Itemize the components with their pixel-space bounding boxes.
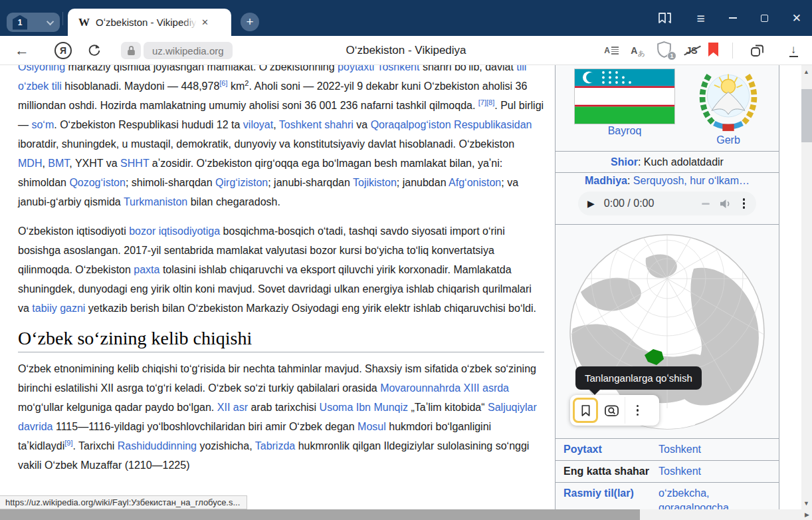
reference-link[interactable]: [6] (219, 79, 227, 87)
add-to-favorites-button[interactable] (573, 398, 598, 423)
tab-counter[interactable]: 1 (7, 13, 60, 32)
collections-icon[interactable] (748, 42, 767, 59)
capital-label-link[interactable]: Poytaxt (563, 444, 602, 455)
plus-icon: + (246, 15, 253, 29)
close-icon[interactable]: ✕ (792, 13, 801, 24)
article-link[interactable]: tabiiy gazni (32, 303, 85, 314)
address-bar[interactable]: uz.wikipedia.org (144, 42, 233, 59)
protect-shield-icon[interactable]: 1 (657, 41, 674, 60)
player-time: 0:00 / 0:00 (604, 197, 655, 209)
image-search-button[interactable] (598, 397, 625, 424)
yandex-home-icon[interactable]: Я (54, 42, 72, 59)
tab-count: 1 (18, 18, 23, 27)
languages-value-link[interactable]: oʻzbekcha, qoraqalpoqcha (659, 487, 729, 509)
vertical-scrollbar[interactable]: ▲ ▼ (801, 65, 812, 509)
infobox-row-largest-city: Eng katta shahar Toshkent (556, 461, 779, 483)
article-link[interactable]: poytaxti Toshkent (338, 65, 419, 72)
scroll-right-icon[interactable]: ▶ (805, 511, 809, 518)
download-icon[interactable]: ↓ (787, 41, 800, 60)
article-link[interactable]: Tabrizda (255, 440, 295, 452)
article-link[interactable]: viloyat (243, 119, 273, 130)
article-link[interactable]: SHHT (120, 158, 149, 169)
article-link[interactable]: Qozogʻiston (69, 177, 126, 188)
new-tab-button[interactable]: + (241, 13, 259, 31)
translate-icon[interactable]: A あ (629, 43, 647, 59)
article-link[interactable]: XII asr (217, 402, 248, 413)
image-more-button[interactable] (625, 397, 650, 424)
uzbekistan-flag-image[interactable] (574, 68, 675, 124)
article-link[interactable]: soʻm (31, 119, 54, 130)
largest-city-value-link[interactable]: Toshkent (659, 465, 701, 477)
player-menu-icon[interactable] (741, 196, 748, 211)
article-link[interactable]: Osiyoning (18, 65, 65, 72)
article-link[interactable]: Mosul (357, 421, 386, 432)
volume-icon[interactable] (719, 199, 732, 209)
site-security-chip[interactable] (121, 42, 141, 59)
protect-badge: 1 (667, 51, 676, 61)
status-url: https://uz.wikipedia.org/wiki/Fayl:Узбек… (0, 495, 247, 509)
article-link[interactable]: bozor iqtisodiyotiga (129, 225, 220, 237)
horizontal-scrollbar-thumb[interactable] (0, 509, 640, 520)
javascript-disabled-icon[interactable]: JS (683, 43, 700, 58)
article-link[interactable]: Tojikiston (353, 177, 397, 188)
article-paragraph: Oʻzbekiston iqtisodiyoti bozor iqtisodiy… (18, 221, 544, 318)
emblem-caption-link[interactable]: Gerb (716, 134, 740, 146)
reader-mode-icon[interactable]: A (602, 43, 621, 58)
largest-city-label: Eng katta shahar (556, 464, 655, 479)
vertical-scrollbar-thumb[interactable] (801, 89, 812, 142)
toolbar: ← Я uz.wikipedia.org Oʻzbekiston - Vikip… (0, 36, 812, 65)
article-link[interactable]: Qoraqalpogʻiston Respublikasidan (371, 119, 532, 130)
maximize-icon[interactable] (761, 15, 768, 22)
article-link[interactable]: Qirgʻiziston (215, 177, 268, 188)
article-paragraph: Osiyoning markaziy qismida joylashgan ma… (18, 65, 544, 211)
tab-title: Oʻzbekiston - Vikipediya (96, 17, 197, 28)
menu-icon[interactable]: ≡ (696, 11, 704, 25)
motto-label-link[interactable]: Shior (611, 156, 638, 168)
anthem-title-link[interactable]: Serquyosh, hur oʻlkam… (633, 175, 750, 186)
lock-icon (127, 45, 136, 56)
refresh-icon[interactable] (86, 43, 102, 59)
seek-bar[interactable] (702, 203, 710, 205)
bookmark-outline-icon (581, 404, 591, 417)
scroll-down-icon[interactable]: ▼ (803, 500, 809, 507)
flag-caption-link[interactable]: Bayroq (608, 125, 642, 136)
languages-label-link[interactable]: Rasmiy til(lar) (563, 487, 634, 499)
country-infobox: Bayroq Gerb Shior: Kuch ad (555, 65, 779, 509)
article-link[interactable]: Rashiduddinning (118, 440, 197, 452)
browser-window: 1 W Oʻzbekiston - Vikipediya ✕ + ≡ ✕ (0, 0, 812, 520)
wikipedia-favicon: W (78, 16, 90, 29)
bookmark-filled-icon[interactable] (708, 43, 718, 57)
article-link[interactable]: tili oʻzbek tili (18, 65, 526, 92)
article-link[interactable]: MDH (18, 158, 42, 169)
back-button[interactable]: ← (13, 41, 31, 60)
more-dots-icon (637, 405, 639, 416)
scroll-up-icon[interactable]: ▲ (803, 68, 809, 75)
titlebar: 1 W Oʻzbekiston - Vikipediya ✕ + ≡ ✕ (0, 0, 812, 36)
infobox-row-official-languages: Rasmiy til(lar) oʻzbekcha, qoraqalpoqcha (556, 483, 779, 509)
titlebar-controls: ≡ ✕ (657, 0, 801, 36)
page-title: Oʻzbekiston - Vikipediya (266, 36, 546, 65)
article-link[interactable]: Usoma Ibn Munqiz (320, 402, 408, 413)
article-link[interactable]: Turkmaniston (124, 196, 187, 207)
side-panel-icon[interactable] (657, 11, 672, 25)
anthem-label-link[interactable]: Madhiya (585, 175, 627, 186)
article-link[interactable]: Saljuqiylar davrida (18, 402, 537, 432)
chevron-down-icon[interactable] (47, 17, 54, 25)
reference-link[interactable]: [9] (64, 439, 72, 447)
reference-link[interactable]: [7][8] (478, 98, 494, 106)
uzbekistan-emblem-image[interactable] (695, 65, 761, 133)
browser-tab[interactable]: W Oʻzbekiston - Vikipediya ✕ (68, 9, 231, 36)
article-link[interactable]: BMT (48, 158, 69, 169)
article-link[interactable]: Toshkent shahri (279, 119, 354, 130)
image-hover-toolbar (570, 395, 659, 426)
minimize-icon[interactable] (729, 17, 737, 19)
capital-value-link[interactable]: Toshkent (659, 444, 701, 455)
play-icon[interactable]: ▶ (587, 198, 595, 209)
infobox-row-capital: Poytaxt Toshkent (556, 439, 779, 461)
horizontal-scrollbar[interactable]: ▶ (0, 509, 812, 520)
article-link[interactable]: paxta (134, 264, 159, 275)
tab-close-icon[interactable]: ✕ (201, 17, 209, 27)
article-link[interactable]: Movarounnahrda XIII asrda (380, 382, 509, 394)
article-link[interactable]: Afgʻoniston (449, 177, 501, 188)
anthem-row: Madhiya: Serquyosh, hur oʻlkam… ▶ 0:00 /… (556, 173, 779, 225)
